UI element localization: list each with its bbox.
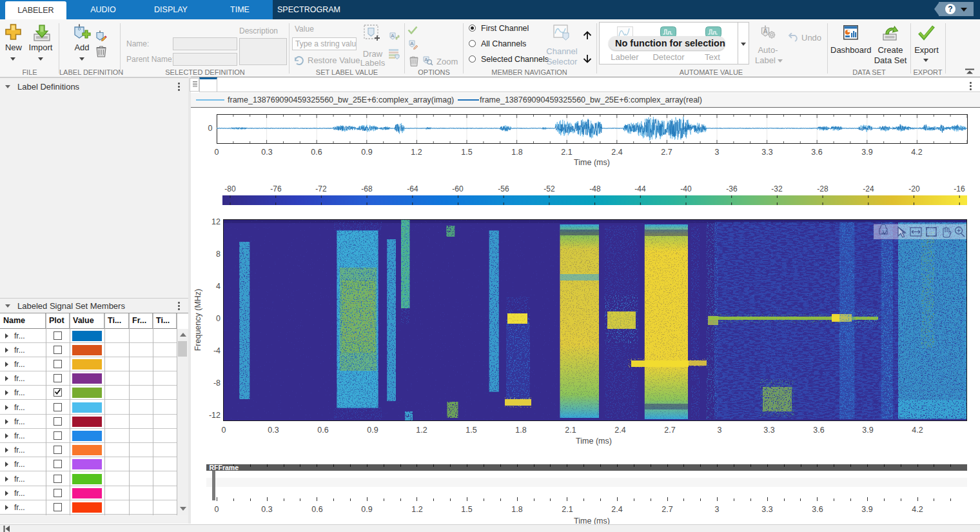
svg-text:A: A <box>391 33 395 39</box>
svg-text:A: A <box>763 28 768 35</box>
svg-text:A: A <box>410 41 414 46</box>
